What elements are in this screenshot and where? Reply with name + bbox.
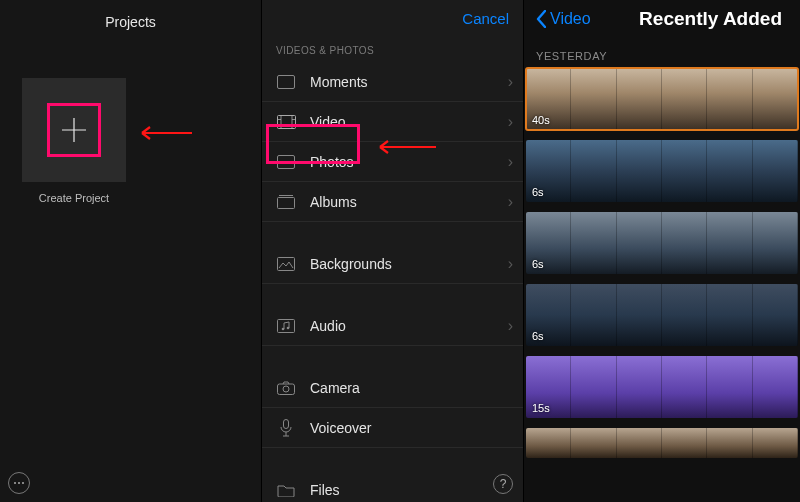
folder-icon xyxy=(276,482,296,498)
chevron-right-icon: › xyxy=(508,193,513,211)
chevron-right-icon: › xyxy=(508,255,513,273)
clip-duration: 15s xyxy=(532,402,550,414)
video-clip[interactable]: 15s xyxy=(526,356,798,418)
albums-icon xyxy=(276,194,296,210)
section-yesterday: YESTERDAY xyxy=(524,36,800,68)
cancel-button[interactable]: Cancel xyxy=(462,10,509,27)
clip-duration: 6s xyxy=(532,186,544,198)
video-clip[interactable]: 6s xyxy=(526,284,798,346)
help-button[interactable]: ? xyxy=(493,474,513,494)
create-project-tile[interactable] xyxy=(22,78,126,182)
row-backgrounds[interactable]: Backgrounds › xyxy=(262,244,523,284)
row-voiceover[interactable]: Voiceover xyxy=(262,408,523,448)
clip-duration: 40s xyxy=(532,114,550,126)
projects-title: Projects xyxy=(0,0,261,40)
svg-rect-5 xyxy=(278,319,295,332)
moments-icon xyxy=(276,74,296,90)
row-label: Files xyxy=(310,482,513,498)
row-label: Video xyxy=(310,114,502,130)
svg-point-9 xyxy=(283,386,289,392)
row-audio[interactable]: Audio › xyxy=(262,306,523,346)
chevron-left-icon xyxy=(536,10,546,28)
video-clip[interactable]: 40s xyxy=(526,68,798,130)
row-camera[interactable]: Camera xyxy=(262,368,523,408)
svg-rect-1 xyxy=(277,115,295,128)
clip-duration: 6s xyxy=(532,330,544,342)
row-label: Albums xyxy=(310,194,502,210)
svg-rect-4 xyxy=(278,257,295,270)
back-button[interactable]: Video xyxy=(536,10,591,28)
section-videos-photos: VIDEOS & PHOTOS xyxy=(262,33,523,62)
svg-rect-0 xyxy=(278,75,295,88)
chevron-right-icon: › xyxy=(508,73,513,91)
row-albums[interactable]: Albums › xyxy=(262,182,523,222)
library-title: Recently Added xyxy=(591,8,788,30)
row-label: Audio xyxy=(310,318,502,334)
svg-rect-10 xyxy=(284,419,289,428)
svg-rect-2 xyxy=(278,155,295,168)
row-label: Voiceover xyxy=(310,420,513,436)
svg-point-7 xyxy=(287,326,290,329)
media-picker-panel: Cancel VIDEOS & PHOTOS Moments › Video ›… xyxy=(262,0,524,502)
chevron-right-icon: › xyxy=(508,113,513,131)
annotation-arrow xyxy=(136,126,192,140)
media-library-panel: Video Recently Added YESTERDAY 40s 6s 6s… xyxy=(524,0,800,502)
svg-rect-3 xyxy=(278,198,295,209)
create-project-label: Create Project xyxy=(22,192,126,204)
back-label: Video xyxy=(550,10,591,28)
video-clip[interactable]: 6s xyxy=(526,212,798,274)
row-label: Moments xyxy=(310,74,502,90)
row-label: Backgrounds xyxy=(310,256,502,272)
more-button[interactable] xyxy=(8,472,30,494)
annotation-arrow xyxy=(374,140,436,154)
microphone-icon xyxy=(276,420,296,436)
video-clip[interactable] xyxy=(526,428,798,458)
camera-icon xyxy=(276,380,296,396)
svg-point-6 xyxy=(282,327,285,330)
plus-icon xyxy=(47,103,101,157)
video-icon xyxy=(276,114,296,130)
photos-icon xyxy=(276,154,296,170)
row-label: Camera xyxy=(310,380,513,396)
projects-panel: Projects Create Project xyxy=(0,0,262,502)
clip-duration: 6s xyxy=(532,258,544,270)
row-label: Photos xyxy=(310,154,502,170)
chevron-right-icon: › xyxy=(508,153,513,171)
backgrounds-icon xyxy=(276,256,296,272)
row-video[interactable]: Video › xyxy=(262,102,523,142)
chevron-right-icon: › xyxy=(508,317,513,335)
row-files[interactable]: Files xyxy=(262,470,523,502)
audio-icon xyxy=(276,318,296,334)
video-clip[interactable]: 6s xyxy=(526,140,798,202)
row-moments[interactable]: Moments › xyxy=(262,62,523,102)
